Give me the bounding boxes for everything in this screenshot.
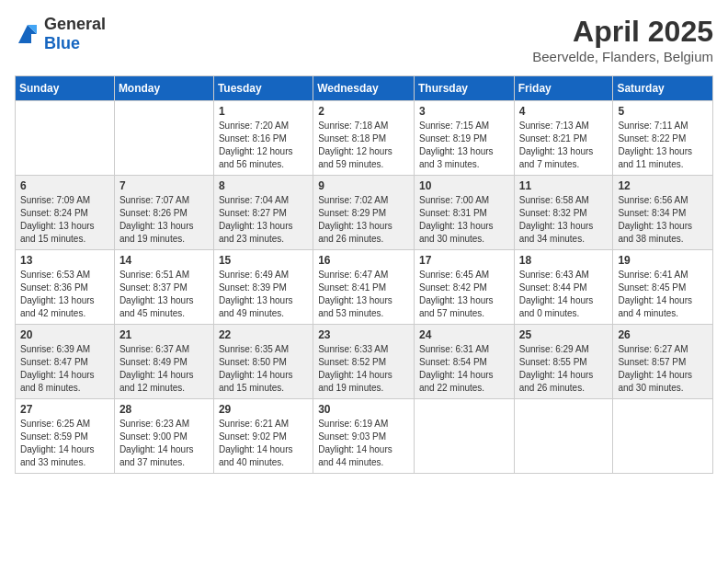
sunrise-text: Sunrise: 6:41 AM bbox=[618, 269, 708, 282]
sunrise-text: Sunrise: 6:27 AM bbox=[618, 343, 708, 356]
day-info: Sunrise: 6:21 AMSunset: 9:02 PMDaylight:… bbox=[219, 418, 308, 469]
title-block: April 2025 Beervelde, Flanders, Belgium bbox=[532, 15, 713, 64]
day-info: Sunrise: 7:09 AMSunset: 8:24 PMDaylight:… bbox=[20, 194, 109, 246]
logo-icon bbox=[15, 21, 40, 47]
day-number: 22 bbox=[219, 328, 308, 341]
calendar-cell: 12Sunrise: 6:56 AMSunset: 8:34 PMDayligh… bbox=[613, 176, 713, 250]
sunset-text: Sunset: 8:18 PM bbox=[318, 132, 409, 145]
sunset-text: Sunset: 8:19 PM bbox=[419, 132, 509, 145]
day-info: Sunrise: 6:53 AMSunset: 8:36 PMDaylight:… bbox=[20, 269, 109, 320]
sunset-text: Sunset: 8:16 PM bbox=[219, 132, 308, 145]
calendar-cell: 9Sunrise: 7:02 AMSunset: 8:29 PMDaylight… bbox=[313, 176, 415, 250]
day-number: 24 bbox=[419, 328, 509, 341]
sunset-text: Sunset: 8:24 PM bbox=[20, 207, 109, 220]
calendar-cell: 24Sunrise: 6:31 AMSunset: 8:54 PMDayligh… bbox=[414, 325, 514, 399]
sunrise-text: Sunrise: 6:49 AM bbox=[219, 269, 308, 282]
sunrise-text: Sunrise: 7:00 AM bbox=[419, 194, 509, 207]
day-number: 25 bbox=[519, 328, 609, 341]
sunset-text: Sunset: 8:55 PM bbox=[519, 356, 609, 369]
calendar-cell: 4Sunrise: 7:13 AMSunset: 8:21 PMDaylight… bbox=[514, 101, 613, 176]
calendar-cell: 7Sunrise: 7:07 AMSunset: 8:26 PMDaylight… bbox=[114, 176, 213, 250]
sunrise-text: Sunrise: 6:33 AM bbox=[318, 343, 409, 356]
day-info: Sunrise: 7:13 AMSunset: 8:21 PMDaylight:… bbox=[519, 120, 609, 171]
daylight-text: Daylight: 13 hours and 57 minutes. bbox=[419, 294, 509, 320]
sunrise-text: Sunrise: 7:04 AM bbox=[219, 194, 308, 207]
calendar-cell: 18Sunrise: 6:43 AMSunset: 8:44 PMDayligh… bbox=[514, 250, 613, 325]
calendar-cell bbox=[514, 399, 613, 474]
sunrise-text: Sunrise: 7:09 AM bbox=[20, 194, 109, 207]
sunset-text: Sunset: 9:02 PM bbox=[219, 431, 308, 443]
sunset-text: Sunset: 9:00 PM bbox=[119, 431, 209, 443]
daylight-text: Daylight: 13 hours and 34 minutes. bbox=[519, 220, 609, 246]
sunrise-text: Sunrise: 7:18 AM bbox=[318, 120, 409, 132]
daylight-text: Daylight: 14 hours and 8 minutes. bbox=[20, 369, 109, 395]
day-info: Sunrise: 6:29 AMSunset: 8:55 PMDaylight:… bbox=[519, 343, 609, 395]
sunrise-text: Sunrise: 6:58 AM bbox=[519, 194, 609, 207]
daylight-text: Daylight: 13 hours and 3 minutes. bbox=[419, 145, 509, 171]
sunrise-text: Sunrise: 6:39 AM bbox=[20, 343, 109, 356]
calendar-cell: 14Sunrise: 6:51 AMSunset: 8:37 PMDayligh… bbox=[114, 250, 213, 325]
calendar-cell: 20Sunrise: 6:39 AMSunset: 8:47 PMDayligh… bbox=[16, 325, 115, 399]
day-info: Sunrise: 6:58 AMSunset: 8:32 PMDaylight:… bbox=[519, 194, 609, 246]
daylight-text: Daylight: 13 hours and 11 minutes. bbox=[618, 145, 708, 171]
sunset-text: Sunset: 8:44 PM bbox=[519, 282, 609, 294]
day-number: 8 bbox=[219, 179, 308, 192]
daylight-text: Daylight: 13 hours and 15 minutes. bbox=[20, 220, 109, 246]
daylight-text: Daylight: 12 hours and 59 minutes. bbox=[318, 145, 409, 171]
calendar-cell: 25Sunrise: 6:29 AMSunset: 8:55 PMDayligh… bbox=[514, 325, 613, 399]
sunrise-text: Sunrise: 7:13 AM bbox=[519, 120, 609, 132]
sunset-text: Sunset: 8:49 PM bbox=[119, 356, 209, 369]
calendar-cell: 6Sunrise: 7:09 AMSunset: 8:24 PMDaylight… bbox=[16, 176, 115, 250]
sunset-text: Sunset: 8:34 PM bbox=[618, 207, 708, 220]
day-number: 2 bbox=[318, 105, 409, 118]
sunset-text: Sunset: 8:29 PM bbox=[318, 207, 409, 220]
day-number: 6 bbox=[20, 179, 109, 192]
day-info: Sunrise: 7:02 AMSunset: 8:29 PMDaylight:… bbox=[318, 194, 409, 246]
day-info: Sunrise: 6:45 AMSunset: 8:42 PMDaylight:… bbox=[419, 269, 509, 320]
sunset-text: Sunset: 8:57 PM bbox=[618, 356, 708, 369]
sunset-text: Sunset: 8:21 PM bbox=[519, 132, 609, 145]
day-of-week-header: Sunday bbox=[16, 76, 115, 101]
calendar-cell: 15Sunrise: 6:49 AMSunset: 8:39 PMDayligh… bbox=[213, 250, 313, 325]
calendar-week-row: 1Sunrise: 7:20 AMSunset: 8:16 PMDaylight… bbox=[16, 101, 713, 176]
sunrise-text: Sunrise: 6:35 AM bbox=[219, 343, 308, 356]
day-info: Sunrise: 6:31 AMSunset: 8:54 PMDaylight:… bbox=[419, 343, 509, 395]
day-number: 20 bbox=[20, 328, 109, 341]
sunrise-text: Sunrise: 6:29 AM bbox=[519, 343, 609, 356]
calendar-cell: 17Sunrise: 6:45 AMSunset: 8:42 PMDayligh… bbox=[414, 250, 514, 325]
day-info: Sunrise: 7:04 AMSunset: 8:27 PMDaylight:… bbox=[219, 194, 308, 246]
sunrise-text: Sunrise: 7:20 AM bbox=[219, 120, 308, 132]
calendar-cell: 2Sunrise: 7:18 AMSunset: 8:18 PMDaylight… bbox=[313, 101, 415, 176]
day-number: 21 bbox=[119, 328, 209, 341]
day-info: Sunrise: 6:47 AMSunset: 8:41 PMDaylight:… bbox=[318, 269, 409, 320]
day-info: Sunrise: 6:23 AMSunset: 9:00 PMDaylight:… bbox=[119, 418, 209, 469]
calendar-cell: 19Sunrise: 6:41 AMSunset: 8:45 PMDayligh… bbox=[613, 250, 713, 325]
calendar-cell: 11Sunrise: 6:58 AMSunset: 8:32 PMDayligh… bbox=[514, 176, 613, 250]
sunrise-text: Sunrise: 7:15 AM bbox=[419, 120, 509, 132]
sunrise-text: Sunrise: 6:19 AM bbox=[318, 418, 409, 431]
calendar-cell: 27Sunrise: 6:25 AMSunset: 8:59 PMDayligh… bbox=[16, 399, 115, 474]
day-info: Sunrise: 6:37 AMSunset: 8:49 PMDaylight:… bbox=[119, 343, 209, 395]
day-info: Sunrise: 6:33 AMSunset: 8:52 PMDaylight:… bbox=[318, 343, 409, 395]
daylight-text: Daylight: 13 hours and 49 minutes. bbox=[219, 294, 308, 320]
day-info: Sunrise: 7:18 AMSunset: 8:18 PMDaylight:… bbox=[318, 120, 409, 171]
day-info: Sunrise: 6:25 AMSunset: 8:59 PMDaylight:… bbox=[20, 418, 109, 469]
logo: General Blue bbox=[15, 15, 106, 53]
calendar-cell: 23Sunrise: 6:33 AMSunset: 8:52 PMDayligh… bbox=[313, 325, 415, 399]
daylight-text: Daylight: 13 hours and 45 minutes. bbox=[119, 294, 209, 320]
sunrise-text: Sunrise: 6:43 AM bbox=[519, 269, 609, 282]
daylight-text: Daylight: 14 hours and 37 minutes. bbox=[119, 443, 209, 469]
day-info: Sunrise: 7:11 AMSunset: 8:22 PMDaylight:… bbox=[618, 120, 708, 171]
day-of-week-header: Monday bbox=[114, 76, 213, 101]
daylight-text: Daylight: 13 hours and 42 minutes. bbox=[20, 294, 109, 320]
logo-text-blue: Blue bbox=[44, 34, 80, 52]
calendar-cell: 26Sunrise: 6:27 AMSunset: 8:57 PMDayligh… bbox=[613, 325, 713, 399]
daylight-text: Daylight: 13 hours and 30 minutes. bbox=[419, 220, 509, 246]
day-number: 16 bbox=[318, 254, 409, 267]
sunrise-text: Sunrise: 7:11 AM bbox=[618, 120, 708, 132]
daylight-text: Daylight: 12 hours and 56 minutes. bbox=[219, 145, 308, 171]
day-info: Sunrise: 7:07 AMSunset: 8:26 PMDaylight:… bbox=[119, 194, 209, 246]
calendar-header-row: SundayMondayTuesdayWednesdayThursdayFrid… bbox=[16, 76, 713, 101]
day-number: 7 bbox=[119, 179, 209, 192]
day-of-week-header: Thursday bbox=[414, 76, 514, 101]
